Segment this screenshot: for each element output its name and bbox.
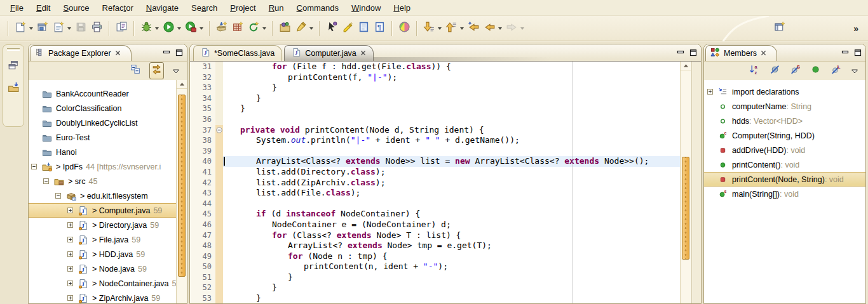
- tree-item[interactable]: J> NodeContainer.java59: [29, 276, 176, 291]
- code-text[interactable]: list.add(ZipArchiv.class);: [223, 178, 680, 188]
- code-line-53[interactable]: 53}: [190, 293, 680, 303]
- code-text[interactable]: }: [223, 272, 680, 283]
- code-line-50[interactable]: 50printContent(n, ident + "-");: [190, 261, 680, 272]
- print-button[interactable]: [90, 20, 104, 37]
- code-line-39[interactable]: 39: [190, 146, 680, 157]
- expander-plus-icon[interactable]: [67, 222, 76, 228]
- web-browser-button[interactable]: [397, 20, 412, 37]
- menu-refactor[interactable]: Refactor: [96, 1, 140, 15]
- show-selected-button[interactable]: [325, 20, 339, 37]
- new-project-button[interactable]: [36, 20, 50, 37]
- code-line-40[interactable]: 40ArrayList<Class<? extends Node>> list …: [190, 156, 680, 167]
- menu-search[interactable]: Search: [185, 1, 224, 15]
- open-resource-button[interactable]: [278, 20, 292, 37]
- collapse-all-button[interactable]: [129, 63, 142, 79]
- scroll-up-icon[interactable]: [177, 80, 187, 89]
- dropdown-arrow-icon[interactable]: [67, 27, 71, 30]
- maximize-icon[interactable]: [689, 48, 697, 56]
- expander-minus-icon[interactable]: [55, 193, 64, 199]
- view-menu-button[interactable]: [171, 64, 181, 78]
- menu-file[interactable]: File: [4, 1, 30, 15]
- next-annotation-button[interactable]: [422, 20, 443, 37]
- code-line-33[interactable]: 33}: [190, 83, 680, 93]
- minimize-icon[interactable]: [841, 48, 849, 56]
- code-area[interactable]: 31for (File f : hdd.get(File.class)) {32…: [190, 62, 680, 303]
- scrollbar-thumb[interactable]: [178, 95, 186, 277]
- code-text[interactable]: }: [223, 93, 680, 104]
- code-text[interactable]: for (Class<? extends Node> T : list) {: [223, 230, 680, 241]
- tree-item[interactable]: J> Directory.java59: [29, 218, 176, 232]
- expander-plus-icon[interactable]: [67, 295, 76, 301]
- show-whitespace-button[interactable]: ¶: [372, 20, 387, 37]
- tree-item[interactable]: J> Node.java59: [29, 261, 176, 276]
- member-item[interactable]: import declarations: [704, 84, 865, 99]
- refresh-wizard-button[interactable]: [247, 20, 268, 37]
- fold-collapse-icon[interactable]: [215, 125, 223, 136]
- code-text[interactable]: }: [223, 293, 680, 303]
- code-text[interactable]: }: [223, 83, 680, 93]
- search-button[interactable]: [294, 20, 315, 37]
- hide-local-button[interactable]: L: [829, 63, 843, 79]
- menu-commands[interactable]: Commands: [290, 1, 345, 15]
- code-text[interactable]: printContent(f, "|-");: [223, 72, 680, 83]
- tree-item[interactable]: J> ZipArchiv.java59: [29, 291, 176, 303]
- close-icon[interactable]: [115, 49, 121, 58]
- code-text[interactable]: for (File f : hdd.get(File.class)) {: [223, 62, 680, 72]
- code-line-42[interactable]: 42list.add(ZipArchiv.class);: [190, 178, 680, 188]
- code-line-44[interactable]: 44: [190, 199, 680, 209]
- dropdown-arrow-icon[interactable]: [460, 27, 464, 30]
- dropdown-arrow-icon[interactable]: [309, 27, 313, 30]
- fast-view-grip[interactable]: [7, 48, 20, 51]
- code-text[interactable]: [223, 114, 680, 125]
- menu-project[interactable]: Project: [224, 1, 262, 15]
- scrollbar-thumb[interactable]: [682, 157, 689, 260]
- dropdown-arrow-icon[interactable]: [262, 27, 266, 30]
- mark-occurrences-button[interactable]: [341, 20, 355, 37]
- member-item[interactable]: computerName : String: [704, 99, 865, 114]
- run-external-button[interactable]: [184, 20, 205, 37]
- expander-plus-icon[interactable]: [67, 208, 76, 213]
- members-tab[interactable]: Members: [705, 45, 777, 61]
- member-item[interactable]: printContent() : void: [704, 157, 865, 172]
- member-item[interactable]: printContent(Node, String) : void: [704, 172, 865, 187]
- back-button[interactable]: [482, 20, 503, 37]
- show-public-button[interactable]: [809, 63, 822, 79]
- tree-item[interactable]: Hanoi: [29, 145, 176, 159]
- code-text[interactable]: list.add(File.class);: [223, 188, 680, 199]
- prev-annotation-button[interactable]: [444, 20, 465, 37]
- menu-navigate[interactable]: Navigate: [140, 1, 185, 15]
- editor-scrollbar[interactable]: [680, 62, 691, 303]
- code-line-32[interactable]: 32printContent(f, "|-");: [190, 72, 680, 83]
- code-text[interactable]: NodeContainer e = (NodeContainer) d;: [223, 220, 680, 230]
- hide-fields-button[interactable]: [768, 63, 782, 79]
- dropdown-arrow-icon[interactable]: [438, 27, 442, 30]
- package-explorer-tab[interactable]: Package Explorer: [30, 45, 132, 61]
- tree-item[interactable]: J> HDD.java59: [29, 247, 176, 261]
- open-type-button[interactable]: [114, 20, 129, 37]
- tree-item[interactable]: Euro-Test: [29, 130, 176, 145]
- code-line-46[interactable]: 46NodeContainer e = (NodeContainer) d;: [190, 220, 680, 230]
- package-explorer-scrollbar[interactable]: [176, 80, 187, 303]
- editor-tab--someclass-java[interactable]: J*SomeClass.java: [193, 45, 282, 61]
- member-item[interactable]: smain(String[]) : void: [704, 187, 865, 201]
- code-line-38[interactable]: 38System.out.println("|-" + ident + " " …: [190, 135, 680, 146]
- code-line-37[interactable]: 37private void printContent(Node d, Stri…: [190, 125, 680, 136]
- menu-window[interactable]: Window: [345, 1, 387, 15]
- code-line-48[interactable]: 48ArrayList<? extends Node> tmp = e.get(…: [190, 241, 680, 251]
- code-line-36[interactable]: 36: [190, 114, 680, 125]
- code-line-43[interactable]: 43list.add(File.class);: [190, 188, 680, 199]
- maximize-icon[interactable]: [853, 48, 862, 56]
- menu-edit[interactable]: Edit: [30, 1, 57, 15]
- last-edit-location-button[interactable]: [466, 20, 481, 37]
- tree-item[interactable]: J> File.java59: [29, 232, 176, 247]
- member-item[interactable]: cComputer(String, HDD): [704, 128, 865, 143]
- expander-plus-icon[interactable]: [707, 89, 716, 95]
- view-menu-button[interactable]: [850, 64, 860, 78]
- hide-static-button[interactable]: S: [789, 63, 802, 79]
- toolbar-overflow-chevron[interactable]: »: [853, 23, 864, 34]
- tree-item[interactable]: > src45: [29, 174, 176, 188]
- import-wizard-button[interactable]: [215, 20, 229, 37]
- open-perspective-button[interactable]: [773, 20, 787, 37]
- code-text[interactable]: }: [223, 103, 680, 114]
- expander-minus-icon[interactable]: [43, 178, 51, 184]
